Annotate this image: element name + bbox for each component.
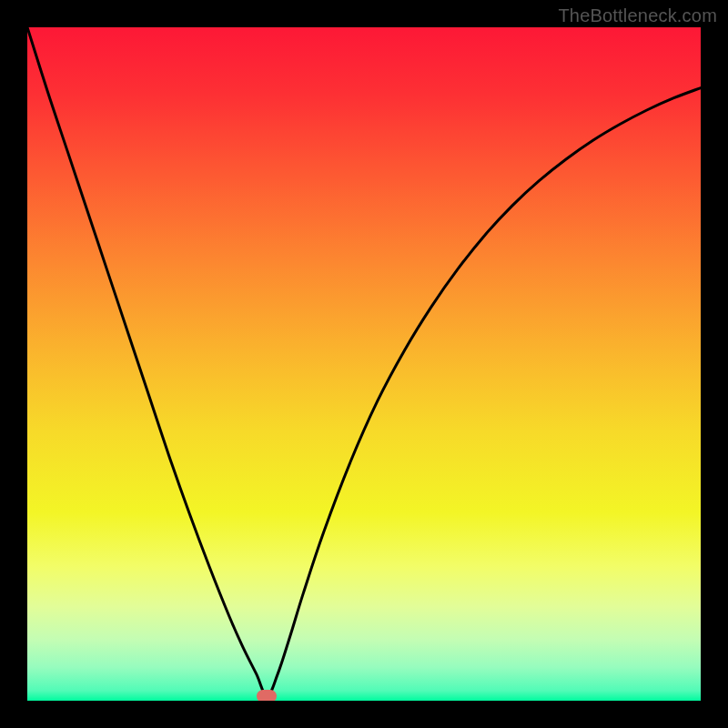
- curve-layer: [27, 27, 701, 701]
- bottleneck-curve: [27, 27, 701, 696]
- watermark-text: TheBottleneck.com: [558, 5, 717, 26]
- chart-frame: TheBottleneck.com: [0, 0, 728, 728]
- optimal-point-marker: [257, 690, 277, 701]
- plot-area: [27, 27, 701, 701]
